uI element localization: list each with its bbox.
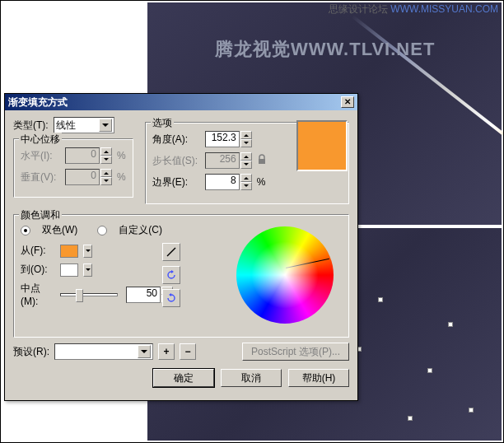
- spin-down[interactable]: [240, 139, 252, 147]
- selection-handle[interactable]: [427, 368, 432, 373]
- svg-marker-3: [169, 293, 171, 296]
- watermark-center: 腾龙视觉WWW.TLVI.NET: [215, 37, 435, 62]
- close-button[interactable]: ✕: [341, 96, 354, 108]
- preset-label: 预设(R):: [13, 345, 49, 359]
- two-color-label: 双色(W): [42, 223, 77, 237]
- mid-label: 中点(M):: [21, 282, 55, 307]
- dialog-titlebar[interactable]: 渐变填充方式 ✕: [5, 94, 357, 110]
- spin-up[interactable]: [240, 174, 252, 182]
- midpoint-slider[interactable]: [60, 293, 118, 296]
- preset-combo[interactable]: [54, 343, 153, 360]
- angle-spinner[interactable]: 152.3: [205, 131, 252, 147]
- to-color-chip[interactable]: [60, 263, 78, 277]
- selection-handle[interactable]: [378, 297, 383, 302]
- step-spinner: 256: [205, 152, 252, 169]
- edge-label: 边界(E):: [152, 175, 200, 189]
- step-label: 步长值(S):: [152, 154, 200, 168]
- ok-button[interactable]: 确定: [153, 369, 214, 387]
- type-value: 线性: [56, 119, 76, 133]
- cancel-button[interactable]: 取消: [221, 369, 282, 387]
- spin-down: [100, 177, 112, 185]
- slider-thumb[interactable]: [76, 289, 83, 302]
- preview-swatch: [296, 120, 348, 171]
- svg-marker-2: [171, 270, 174, 273]
- vert-label: 垂直(V):: [21, 170, 60, 184]
- two-color-radio[interactable]: [21, 226, 30, 235]
- blend-title: 颜色调和: [19, 208, 62, 222]
- color-wheel[interactable]: [236, 226, 334, 324]
- custom-radio[interactable]: [97, 226, 107, 235]
- chevron-down-icon[interactable]: [138, 345, 151, 358]
- selection-handle[interactable]: [408, 416, 413, 421]
- options-title: 选项: [151, 116, 174, 130]
- spin-up: [100, 147, 112, 156]
- center-offset-group: 中心位移 水平(I): 0 % 垂直(V): 0: [13, 138, 133, 198]
- pct-label: %: [117, 171, 126, 183]
- watermark-link[interactable]: WWW.MISSYUAN.COM: [390, 3, 498, 15]
- svg-rect-0: [259, 159, 265, 164]
- angle-value[interactable]: 152.3: [205, 131, 240, 147]
- pct-label: %: [117, 150, 126, 161]
- to-label: 到(O):: [21, 263, 55, 277]
- angle-label: 角度(A):: [152, 133, 200, 147]
- center-offset-title: 中心位移: [19, 133, 62, 147]
- horiz-spinner: 0: [65, 147, 112, 164]
- edge-value[interactable]: 8: [205, 174, 240, 190]
- direct-path-button[interactable]: [162, 243, 180, 261]
- spin-down: [100, 156, 112, 164]
- from-color-chip[interactable]: [60, 245, 78, 258]
- pct-label: %: [257, 176, 266, 188]
- spin-up: [100, 169, 112, 177]
- postscript-options-button: PostScript 选项(P)...: [242, 343, 349, 361]
- watermark-source: 思缘设计论坛 WWW.MISSYUAN.COM: [329, 2, 498, 16]
- gradient-fill-dialog: 渐变填充方式 ✕ 类型(T): 线性 中心位移 水平(I):: [4, 93, 358, 401]
- mid-value[interactable]: 50: [126, 287, 161, 303]
- help-button[interactable]: 帮助(H): [288, 369, 349, 387]
- horiz-label: 水平(I):: [21, 149, 60, 163]
- spin-up[interactable]: [240, 131, 252, 139]
- color-wheel-indicator: [286, 259, 329, 268]
- lock-icon[interactable]: [257, 154, 267, 167]
- selection-handle[interactable]: [469, 408, 474, 413]
- preset-remove-button[interactable]: −: [180, 343, 196, 360]
- spin-down[interactable]: [240, 182, 252, 190]
- color-blend-group: 颜色调和 双色(W) 自定义(C) 从(F): 到(O): 中点(M): 50: [13, 214, 349, 338]
- preset-add-button[interactable]: +: [158, 343, 175, 360]
- ccw-path-button[interactable]: [162, 266, 180, 284]
- selection-handle[interactable]: [448, 322, 453, 327]
- spin-up: [240, 152, 252, 161]
- vert-spinner: 0: [65, 169, 112, 185]
- custom-label: 自定义(C): [119, 223, 162, 237]
- cw-path-button[interactable]: [162, 289, 180, 307]
- spin-down: [240, 161, 252, 169]
- from-label: 从(F):: [21, 244, 55, 258]
- vert-value: 0: [65, 169, 100, 185]
- horiz-value: 0: [65, 147, 100, 164]
- type-label: 类型(T):: [13, 119, 49, 133]
- type-combo[interactable]: 线性: [54, 117, 114, 133]
- chevron-down-icon[interactable]: [83, 245, 92, 258]
- svg-line-1: [167, 248, 175, 256]
- step-value: 256: [205, 152, 240, 169]
- chevron-down-icon[interactable]: [99, 119, 112, 132]
- dialog-title: 渐变填充方式: [8, 96, 68, 110]
- chevron-down-icon[interactable]: [83, 263, 92, 277]
- edge-spinner[interactable]: 8: [205, 174, 252, 190]
